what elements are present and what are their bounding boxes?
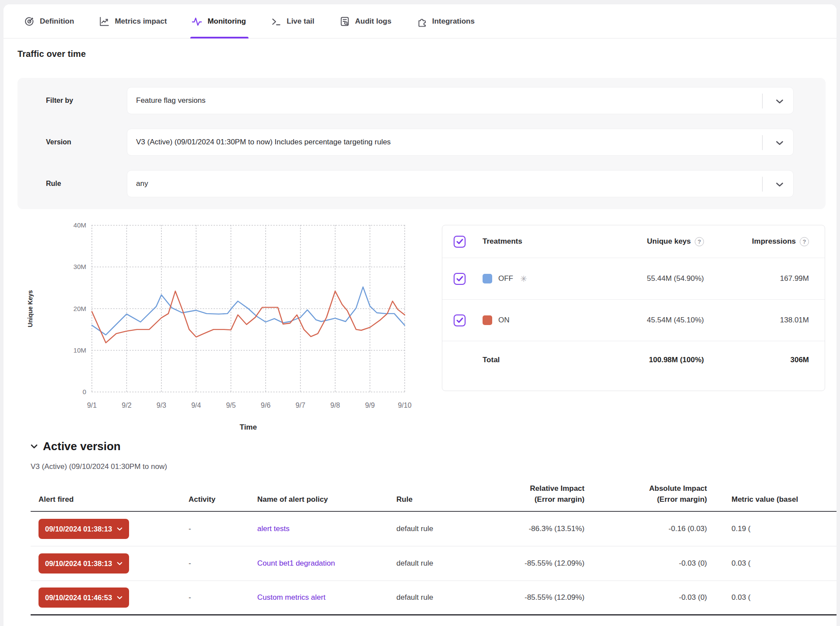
treatment-name: OFF bbox=[498, 274, 513, 283]
unique-keys-value: 45.54M (45.10%) bbox=[595, 316, 704, 325]
alert-fired-badge[interactable]: 09/10/2024 01:38:13 bbox=[38, 553, 129, 574]
version-label: Version bbox=[46, 129, 71, 156]
x-tick-label: 9/4 bbox=[191, 402, 201, 409]
y-tick-label: 20M bbox=[74, 305, 86, 312]
alerts-table: Alert fired Activity Name of alert polic… bbox=[31, 483, 836, 616]
monitoring-icon bbox=[191, 16, 203, 27]
active-version-toggle[interactable]: Active version bbox=[31, 440, 121, 453]
treatment-name: ON bbox=[498, 316, 510, 325]
chevron-down-icon bbox=[117, 596, 122, 600]
alert-policy-link[interactable]: Count bet1 degradation bbox=[257, 559, 335, 567]
x-tick-label: 9/8 bbox=[330, 402, 340, 409]
treatments-header: Treatments bbox=[483, 237, 595, 246]
unique-keys-header: Unique keys bbox=[647, 237, 691, 246]
active-version-subtitle: V3 (Active) (09/10/2024 01:30PM to now) bbox=[31, 462, 167, 471]
alert-fired-badge[interactable]: 09/10/2024 01:38:13 bbox=[38, 519, 129, 539]
impressions-header: Impressions bbox=[752, 237, 796, 246]
metric-value: 0.03 ( bbox=[709, 593, 836, 602]
tab-integrations[interactable]: Integrations bbox=[416, 4, 475, 38]
traffic-chart: 010M20M30M40M9/19/29/39/49/59/69/79/89/9… bbox=[26, 220, 416, 438]
tab-definition[interactable]: Definition bbox=[24, 4, 74, 38]
chevron-down-icon bbox=[117, 527, 122, 531]
help-icon[interactable]: ? bbox=[800, 237, 809, 246]
treatment-off-checkbox[interactable] bbox=[454, 273, 466, 285]
chevron-down-icon[interactable] bbox=[776, 181, 784, 189]
select-divider bbox=[762, 94, 763, 108]
activity-value: - bbox=[184, 525, 249, 533]
tab-monitoring[interactable]: Monitoring bbox=[191, 4, 246, 38]
x-tick-label: 9/6 bbox=[261, 402, 270, 409]
rule-label: Rule bbox=[46, 170, 61, 197]
x-tick-label: 9/7 bbox=[296, 402, 305, 409]
col-metric-value: Metric value (basel bbox=[709, 494, 836, 505]
col-relative-impact: Relative Impact(Error margin) bbox=[468, 483, 586, 505]
impressions-value: 167.99M bbox=[704, 274, 809, 283]
alert-fired-badge[interactable]: 09/10/2024 01:46:53 bbox=[38, 588, 129, 608]
rule-value: default rule bbox=[389, 559, 468, 568]
alert-row: 09/10/2024 01:46:53 - Custom metrics ale… bbox=[31, 581, 836, 616]
treatment-on-checkbox[interactable] bbox=[454, 315, 466, 326]
collapse-chevron-icon bbox=[31, 444, 38, 449]
on-series-swatch bbox=[483, 315, 492, 325]
unique-keys-value: 55.44M (54.90%) bbox=[595, 274, 704, 283]
default-treatment-icon: ✳ bbox=[520, 274, 527, 284]
tab-label: Monitoring bbox=[207, 17, 246, 26]
series-line-on bbox=[92, 291, 405, 343]
tab-label: Integrations bbox=[432, 17, 475, 26]
col-alert-fired: Alert fired bbox=[31, 494, 184, 505]
chevron-down-icon[interactable] bbox=[776, 98, 784, 106]
activity-value: - bbox=[184, 593, 249, 602]
rule-value: any bbox=[136, 179, 148, 188]
help-icon[interactable]: ? bbox=[695, 237, 704, 246]
y-tick-label: 10M bbox=[74, 346, 86, 354]
tab-audit-logs[interactable]: Audit logs bbox=[339, 4, 392, 38]
col-absolute-impact: Absolute Impact(Error margin) bbox=[586, 483, 709, 505]
filter-by-value: Feature flag versions bbox=[136, 96, 206, 105]
metric-value: 0.19 ( bbox=[709, 525, 836, 533]
tab-metrics-impact[interactable]: Metrics impact bbox=[98, 4, 167, 38]
y-axis-title: Unique Keys bbox=[27, 290, 34, 327]
x-axis-title: Time bbox=[240, 423, 257, 431]
absolute-impact-value: -0.03 (0) bbox=[586, 593, 709, 602]
off-series-swatch bbox=[483, 274, 492, 283]
relative-impact-value: -85.55% (12.09%) bbox=[468, 559, 586, 568]
select-divider bbox=[762, 135, 763, 150]
x-tick-label: 9/3 bbox=[157, 402, 166, 409]
alert-policy-link[interactable]: alert tests bbox=[257, 525, 290, 533]
main-panel: Definition Metrics impact Monitoring bbox=[4, 4, 836, 626]
treatment-row-off: OFF ✳ 55.44M (54.90%) 167.99M bbox=[442, 258, 825, 299]
col-policy: Name of alert policy bbox=[249, 494, 389, 505]
x-tick-label: 9/1 bbox=[87, 402, 97, 409]
x-tick-label: 9/9 bbox=[365, 402, 374, 409]
chevron-down-icon[interactable] bbox=[776, 139, 784, 148]
definition-icon bbox=[24, 16, 35, 27]
tab-label: Live tail bbox=[287, 17, 314, 26]
series-line-off bbox=[92, 287, 405, 335]
integrations-icon bbox=[416, 16, 427, 27]
chevron-down-icon bbox=[117, 562, 122, 566]
page-title: Traffic over time bbox=[18, 49, 86, 59]
active-version-title: Active version bbox=[43, 440, 121, 453]
filter-by-select[interactable]: Feature flag versions bbox=[127, 87, 794, 114]
tab-label: Metrics impact bbox=[115, 17, 167, 26]
audit-logs-icon bbox=[339, 16, 350, 27]
treatment-row-on: ON 45.54M (45.10%) 138.01M bbox=[442, 299, 825, 341]
tab-live-tail[interactable]: Live tail bbox=[270, 4, 314, 38]
absolute-impact-value: -0.16 (0.03) bbox=[586, 525, 709, 533]
relative-impact-value: -85.55% (12.09%) bbox=[468, 593, 586, 602]
y-tick-label: 40M bbox=[74, 221, 86, 229]
version-select[interactable]: V3 (Active) (09/01/2024 01:30PM to now) … bbox=[127, 129, 794, 156]
alert-policy-link[interactable]: Custom metrics alert bbox=[257, 593, 326, 602]
rule-select[interactable]: any bbox=[127, 170, 794, 197]
relative-impact-value: -86.3% (13.51%) bbox=[468, 525, 586, 533]
metric-value: 0.03 ( bbox=[709, 559, 836, 568]
total-label: Total bbox=[483, 356, 595, 364]
live-tail-icon bbox=[270, 16, 282, 27]
active-tab-underline bbox=[190, 37, 248, 38]
metrics-impact-icon bbox=[98, 16, 110, 27]
select-divider bbox=[762, 177, 763, 192]
treatments-select-all-checkbox[interactable] bbox=[454, 236, 466, 248]
version-value: V3 (Active) (09/01/2024 01:30PM to now) … bbox=[136, 138, 391, 147]
tab-bar: Definition Metrics impact Monitoring bbox=[4, 4, 836, 38]
col-activity: Activity bbox=[184, 494, 249, 505]
